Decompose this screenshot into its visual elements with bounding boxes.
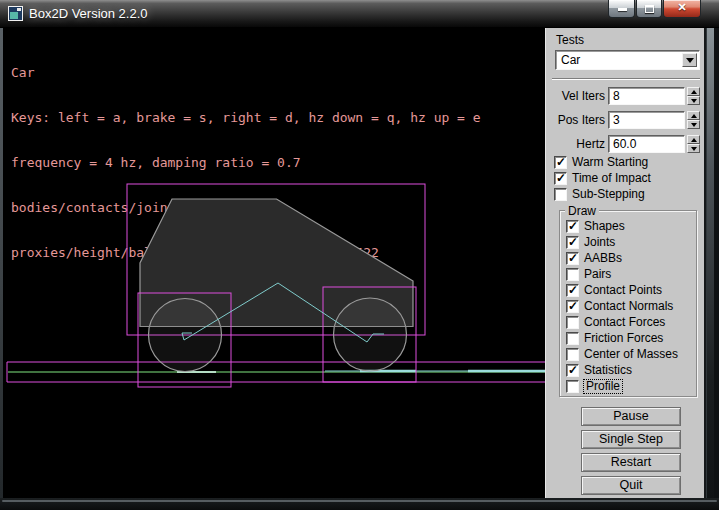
shapes-checkbox[interactable]: ✓ — [566, 220, 579, 233]
pairs-checkbox[interactable]: ✓ — [566, 268, 579, 281]
vel-iters-row: Vel Iters — [546, 87, 705, 105]
close-button[interactable] — [663, 0, 701, 18]
quit-button[interactable]: Quit — [581, 476, 681, 495]
app-icon-detail — [10, 12, 18, 19]
window-title: Box2D Version 2.2.0 — [29, 6, 148, 21]
spinner-up-icon — [691, 138, 697, 142]
contact-normals-label: Contact Normals — [584, 300, 673, 313]
check-icon: ✓ — [556, 171, 566, 185]
check-icon: ✓ — [568, 235, 578, 249]
spinner-up-button[interactable] — [687, 135, 700, 144]
tests-label: Tests — [556, 33, 584, 47]
sub-stepping-label: Sub-Stepping — [572, 188, 645, 201]
simulation-canvas[interactable]: Car Keys: left = a, brake = s, right = d… — [3, 28, 545, 498]
front-wheel — [334, 298, 407, 371]
aabbs-label: AABBs — [584, 252, 622, 265]
titlebar[interactable]: Box2D Version 2.2.0 — [0, 0, 719, 28]
rear-wheel — [149, 299, 222, 372]
draw-group-label: Draw — [565, 204, 599, 218]
spinner-up-button[interactable] — [687, 111, 700, 120]
tests-dropdown-button[interactable] — [682, 53, 697, 67]
app-icon — [8, 6, 23, 21]
hertz-row: Hertz — [546, 135, 705, 153]
pos-iters-row: Pos Iters — [546, 111, 705, 129]
check-icon: ✓ — [568, 283, 578, 297]
window-border-left — [0, 28, 3, 498]
vel-iters-input[interactable] — [608, 87, 685, 105]
contact-points-checkbox[interactable]: ✓ — [566, 284, 579, 297]
maximize-icon — [645, 5, 654, 13]
spinner-up-button[interactable] — [687, 87, 700, 96]
check-icon: ✓ — [568, 251, 578, 265]
statistics-checkbox[interactable]: ✓ — [566, 364, 579, 377]
friction-forces-checkbox[interactable]: ✓ — [566, 332, 579, 345]
hertz-spinner — [687, 135, 700, 153]
spinner-up-icon — [691, 90, 697, 94]
pairs-label: Pairs — [584, 268, 611, 281]
time-of-impact-checkbox[interactable]: ✓ — [554, 172, 567, 185]
separator — [552, 78, 700, 80]
check-icon: ✓ — [568, 219, 578, 233]
profile-label: Profile — [584, 380, 622, 393]
window-border-right — [704, 28, 719, 498]
pos-iters-input[interactable] — [608, 111, 685, 129]
spinner-down-button[interactable] — [687, 144, 700, 153]
hertz-label: Hertz — [546, 137, 605, 151]
restart-button[interactable]: Restart — [581, 453, 681, 472]
spinner-down-icon — [691, 123, 697, 127]
chevron-down-icon — [686, 58, 694, 63]
check-icon: ✓ — [556, 155, 566, 169]
app-window: Box2D Version 2.2.0 Car Keys: left = a, … — [0, 0, 719, 510]
vel-iters-spinner — [687, 87, 700, 105]
friction-forces-label: Friction Forces — [584, 332, 663, 345]
window-border-bottom — [0, 498, 719, 510]
shapes-label: Shapes — [584, 220, 625, 233]
check-icon: ✓ — [568, 363, 578, 377]
pos-iters-label: Pos Iters — [546, 113, 605, 127]
tests-dropdown-value: Car — [561, 53, 580, 67]
contact-normals-checkbox[interactable]: ✓ — [566, 300, 579, 313]
check-icon: ✓ — [568, 299, 578, 313]
contact-points-label: Contact Points — [584, 284, 662, 297]
pause-button[interactable]: Pause — [581, 407, 681, 426]
joints-label: Joints — [584, 236, 615, 249]
spinner-up-icon — [691, 114, 697, 118]
joints-checkbox[interactable]: ✓ — [566, 236, 579, 249]
maximize-button[interactable] — [636, 0, 662, 18]
single-step-button[interactable]: Single Step — [581, 430, 681, 449]
contact-forces-label: Contact Forces — [584, 316, 665, 329]
aabbs-checkbox[interactable]: ✓ — [566, 252, 579, 265]
app-icon-detail2 — [17, 8, 21, 11]
hertz-input[interactable] — [608, 135, 685, 153]
time-of-impact-label: Time of Impact — [572, 172, 651, 185]
profile-checkbox[interactable]: ✓ — [566, 380, 579, 393]
contact-forces-checkbox[interactable]: ✓ — [566, 316, 579, 329]
spinner-down-button[interactable] — [687, 96, 700, 105]
minimize-button[interactable] — [608, 0, 635, 18]
tests-dropdown[interactable]: Car — [555, 50, 700, 70]
warm-starting-label: Warm Starting — [572, 156, 648, 169]
statistics-label: Statistics — [584, 364, 632, 377]
pos-iters-spinner — [687, 111, 700, 129]
minimize-icon — [618, 8, 627, 11]
center-of-masses-label: Center of Masses — [584, 348, 678, 361]
control-panel: Tests Car Vel Iters Pos Iters — [545, 28, 704, 498]
vel-iters-label: Vel Iters — [546, 89, 605, 103]
warm-starting-checkbox[interactable]: ✓ — [554, 156, 567, 169]
debug-draw-scene — [3, 28, 545, 498]
spinner-down-button[interactable] — [687, 120, 700, 129]
center-of-masses-checkbox[interactable]: ✓ — [566, 348, 579, 361]
sub-stepping-checkbox[interactable]: ✓ — [554, 188, 567, 201]
spinner-down-icon — [691, 147, 697, 151]
spinner-down-icon — [691, 99, 697, 103]
